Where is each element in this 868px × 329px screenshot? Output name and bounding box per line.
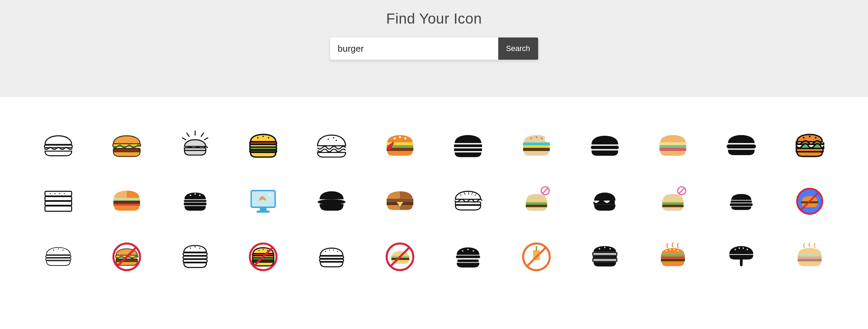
icon-result[interactable] bbox=[584, 236, 626, 278]
icon-result[interactable] bbox=[447, 180, 489, 222]
icon-result[interactable] bbox=[789, 180, 831, 222]
icon-result[interactable] bbox=[720, 125, 762, 167]
page-header: Find Your Icon Search bbox=[0, 0, 868, 97]
burger-sesame-line-icon bbox=[315, 240, 348, 273]
icon-result[interactable] bbox=[379, 125, 421, 167]
burger-flat-ketchup-icon bbox=[383, 129, 417, 162]
burger-solid-mini-alt-icon bbox=[725, 185, 758, 218]
icon-result[interactable] bbox=[37, 125, 79, 167]
burger-no-flat-corner-icon bbox=[520, 185, 553, 218]
icon-result[interactable] bbox=[720, 236, 762, 278]
burger-hot-pastel-icon bbox=[793, 240, 826, 273]
icon-result[interactable] bbox=[242, 180, 284, 222]
burger-circle-badge-icon bbox=[793, 185, 826, 218]
icon-result[interactable] bbox=[447, 236, 489, 278]
no-burger-color-1-icon bbox=[110, 240, 143, 273]
burger-lozenge-solid-icon bbox=[315, 185, 348, 218]
search-button[interactable]: Search bbox=[498, 37, 538, 60]
icon-result[interactable] bbox=[37, 236, 79, 278]
icon-result[interactable] bbox=[789, 125, 831, 167]
icon-results-grid bbox=[0, 97, 868, 298]
burger-detailed-line-icon bbox=[451, 185, 485, 218]
burger-teal-bite-icon bbox=[520, 129, 553, 162]
icon-result[interactable] bbox=[379, 236, 421, 278]
no-drink-burger-icon bbox=[520, 240, 553, 273]
icon-result[interactable] bbox=[652, 236, 694, 278]
burger-no-flat-alt-icon bbox=[656, 185, 690, 218]
page-title: Find Your Icon bbox=[386, 10, 482, 27]
icon-result[interactable] bbox=[174, 236, 216, 278]
burger-solid-sesame-icon bbox=[451, 240, 485, 273]
icon-result[interactable] bbox=[174, 125, 216, 167]
icon-result[interactable] bbox=[311, 236, 352, 278]
icon-result[interactable] bbox=[106, 236, 148, 278]
icon-result[interactable] bbox=[106, 125, 148, 167]
burger-solid-round-icon bbox=[588, 129, 621, 162]
icon-result[interactable] bbox=[652, 180, 694, 222]
icon-result[interactable] bbox=[242, 236, 284, 278]
search-bar: Search bbox=[330, 37, 538, 60]
search-input[interactable] bbox=[330, 37, 498, 60]
icon-result[interactable] bbox=[584, 125, 626, 167]
icon-result[interactable] bbox=[652, 125, 694, 167]
icon-result[interactable] bbox=[174, 180, 216, 222]
burger-cartoon-lettuce-icon bbox=[793, 129, 826, 162]
burger-solid-black-icon bbox=[451, 129, 485, 162]
icon-result[interactable] bbox=[720, 180, 762, 222]
burger-tall-bw-icon bbox=[588, 240, 621, 273]
icon-result[interactable] bbox=[379, 180, 421, 222]
burger-tall-color-icon bbox=[247, 129, 280, 162]
icon-result[interactable] bbox=[311, 125, 352, 167]
burger-solid-stripes-icon bbox=[725, 129, 758, 162]
burger-outline-simple-icon bbox=[42, 129, 75, 162]
burger-stack-line-icon bbox=[42, 185, 75, 218]
icon-result[interactable] bbox=[37, 180, 79, 222]
burger-two-tone-flat-icon bbox=[383, 185, 417, 218]
burger-dome-line-icon bbox=[315, 129, 348, 162]
icon-result[interactable] bbox=[789, 236, 831, 278]
icon-result[interactable] bbox=[516, 180, 557, 222]
burger-mini-solid-icon bbox=[178, 185, 212, 218]
burger-drip-solid-icon bbox=[725, 240, 758, 273]
burger-tall-line-icon bbox=[178, 240, 212, 273]
icon-result[interactable] bbox=[311, 180, 352, 222]
icon-result[interactable] bbox=[447, 125, 489, 167]
burger-thin-line-icon bbox=[42, 240, 75, 273]
burger-color-classic-icon bbox=[110, 129, 143, 162]
icon-result[interactable] bbox=[516, 125, 557, 167]
burger-split-flat-icon bbox=[110, 185, 143, 218]
no-burger-color-2-icon bbox=[247, 240, 280, 273]
icon-result[interactable] bbox=[242, 125, 284, 167]
no-burger-flat-icon bbox=[383, 240, 417, 273]
burger-shining-icon bbox=[178, 129, 212, 162]
icon-result[interactable] bbox=[584, 180, 626, 222]
icon-result[interactable] bbox=[106, 180, 148, 222]
icon-result[interactable] bbox=[516, 236, 557, 278]
burger-monitor-pretzel-icon bbox=[247, 185, 280, 218]
burger-hot-color-icon bbox=[656, 240, 690, 273]
burger-blob-solid-icon bbox=[588, 185, 621, 218]
burger-pastel-layers-icon bbox=[656, 129, 690, 162]
